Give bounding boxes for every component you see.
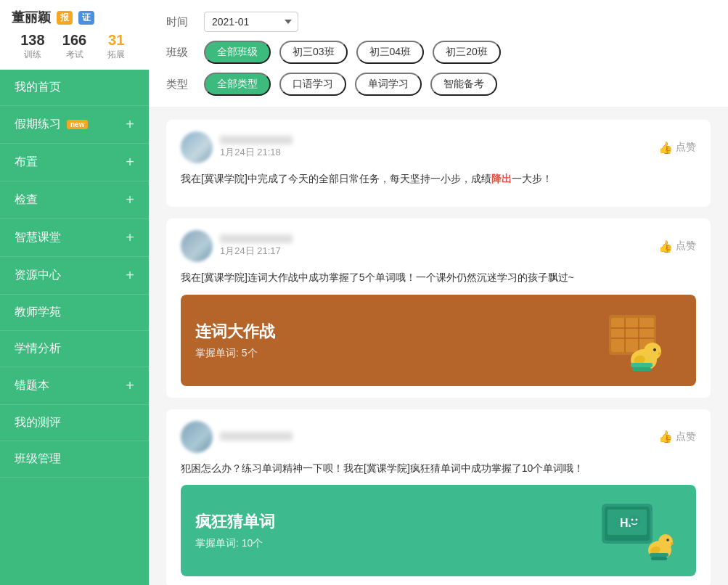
sidebar-item-home[interactable]: 我的首页	[0, 70, 149, 106]
new-badge: new	[67, 120, 88, 129]
sidebar-item-resources[interactable]: 资源中心 +	[0, 257, 149, 295]
feed-user-info-2: 1月24日 21:17	[181, 230, 293, 262]
class-option-all[interactable]: 全部班级	[204, 41, 271, 64]
like-label-2: 点赞	[676, 240, 696, 253]
feed-time-1: 1月24日 21:18	[220, 146, 293, 159]
user-name-row: 董丽颖 报 证	[12, 9, 137, 26]
sidebar-label-teacher-studio: 教师学苑	[15, 305, 61, 320]
sidebar-item-class-management[interactable]: 班级管理	[0, 441, 149, 478]
sidebar-label-home: 我的首页	[15, 80, 61, 95]
user-section: 董丽颖 报 证 138 训练 166 考试 31 拓展	[0, 0, 149, 70]
sidebar-label-class-management: 班级管理	[15, 451, 61, 467]
feed-text-2: 我在[冀课学院]连词大作战中成功掌握了5个单词哦！一个课外仍然沉迷学习的孩子飘过…	[181, 269, 696, 285]
type-label: 类型	[166, 78, 192, 91]
feed-user-info-3	[181, 421, 293, 453]
feed-text-3: 犯困怎么办？练习单词精神一下呗！我在[冀课学院]疯狂猜单词中成功掌握了10个单词…	[181, 460, 696, 476]
feed-item-2: 1月24日 21:17 👍 点赞 我在[冀课学院]连词大作战中成功掌握了5个单词…	[166, 218, 711, 397]
svg-point-17	[629, 515, 640, 527]
feed-username-blur-3	[220, 432, 293, 441]
type-filter-options: 全部类型 口语学习 单词学习 智能备考	[204, 73, 497, 96]
svg-point-21	[658, 534, 673, 549]
like-label-1: 点赞	[676, 141, 696, 154]
avatar-2	[181, 230, 213, 262]
feed-meta-1: 1月24日 21:18	[220, 136, 293, 159]
feed: 1月24日 21:18 👍 点赞 我在[冀课学院]中完成了今天的全部日常任务，每…	[149, 108, 728, 585]
activity-card-crazy-guess: 疯狂猜单词 掌握单词: 10个 Hi	[181, 485, 696, 576]
svg-rect-12	[632, 367, 651, 371]
avatar-1	[181, 131, 213, 163]
feed-meta-2: 1月24日 21:17	[220, 234, 293, 258]
class-option-03[interactable]: 初三03班	[279, 41, 348, 64]
svg-rect-25	[650, 553, 668, 557]
svg-point-7	[644, 343, 661, 360]
activity-sub-crazy: 掌握单词: 10个	[195, 537, 275, 550]
feed-header-1: 1月24日 21:18 👍 点赞	[181, 131, 696, 163]
user-stats: 138 训练 166 考试 31 拓展	[12, 32, 137, 61]
sidebar-item-wrong-book[interactable]: 错题本 +	[0, 367, 149, 405]
sidebar-item-holiday-practice[interactable]: 假期练习 new +	[0, 106, 149, 144]
sidebar-item-teacher-studio[interactable]: 教师学苑	[0, 295, 149, 331]
time-label: 时间	[166, 15, 192, 29]
stat-exam-label: 考试	[54, 49, 96, 61]
activity-title-crazy: 疯狂猜单词	[195, 511, 275, 533]
feed-user-info-1: 1月24日 21:18	[181, 131, 293, 163]
time-select[interactable]: 2021-01	[204, 12, 298, 32]
plus-icon-arrange: +	[126, 154, 134, 171]
feed-header-3: 👍 点赞	[181, 421, 696, 453]
sidebar-label-wrong-book: 错题本	[15, 378, 49, 393]
filter-bar: 时间 2021-01 班级 全部班级 初三03班 初三04班 初三20班 类型 …	[149, 0, 728, 108]
badge-cert: 证	[78, 11, 94, 25]
class-option-04[interactable]: 初三04班	[356, 41, 425, 64]
activity-title-vocab: 连词大作战	[195, 321, 275, 343]
sidebar-label-learning-analysis: 学情分析	[15, 341, 61, 356]
sidebar-item-arrange[interactable]: 布置 +	[0, 144, 149, 181]
sidebar-item-check[interactable]: 检查 +	[0, 181, 149, 219]
sidebar-item-smart-class[interactable]: 智慧课堂 +	[0, 219, 149, 257]
sidebar-label-my-evaluation: 我的测评	[15, 415, 61, 430]
feed-like-button-2[interactable]: 👍 点赞	[658, 240, 696, 253]
feed-like-button-3[interactable]: 👍 点赞	[658, 430, 696, 443]
like-icon-3: 👍	[658, 430, 673, 443]
feed-meta-3	[220, 432, 293, 442]
feed-username-blur-2	[220, 234, 293, 243]
sidebar-label-resources: 资源中心	[15, 268, 61, 283]
type-option-oral[interactable]: 口语学习	[279, 73, 346, 96]
activity-info-crazy: 疯狂猜单词 掌握单词: 10个	[195, 511, 275, 550]
user-name: 董丽颖	[12, 9, 51, 26]
feed-like-button-1[interactable]: 👍 点赞	[658, 141, 696, 155]
svg-rect-11	[631, 363, 653, 367]
sidebar-item-my-evaluation[interactable]: 我的测评	[0, 405, 149, 441]
type-option-all[interactable]: 全部类型	[204, 73, 271, 96]
svg-point-18	[631, 519, 634, 521]
feed-username-blur-1	[220, 136, 293, 144]
activity-card-vocab-battle: 连词大作战 掌握单词: 5个	[181, 295, 696, 386]
stat-train-label: 训练	[12, 49, 54, 61]
type-option-smart-exam[interactable]: 智能备考	[430, 73, 497, 96]
plus-icon-smart-class: +	[126, 229, 134, 246]
stat-exam-value: 166	[54, 32, 96, 49]
badge-report: 报	[57, 11, 73, 25]
activity-sub-vocab: 掌握单词: 5个	[195, 347, 275, 360]
sidebar-item-learning-analysis[interactable]: 学情分析	[0, 331, 149, 367]
sidebar: 董丽颖 报 证 138 训练 166 考试 31 拓展 我的首页	[0, 0, 149, 585]
feed-header-2: 1月24日 21:17 👍 点赞	[181, 230, 696, 262]
type-filter-row: 类型 全部类型 口语学习 单词学习 智能备考	[166, 73, 711, 96]
class-filter-options: 全部班级 初三03班 初三04班 初三20班	[204, 41, 501, 64]
plus-icon-holiday: +	[126, 116, 134, 133]
stat-train: 138 训练	[12, 32, 54, 61]
plus-icon-check: +	[126, 192, 134, 208]
plus-icon-resources: +	[126, 267, 134, 284]
feed-text-1: 我在[冀课学院]中完成了今天的全部日常任务，每天坚持一小步，成绩降出一大步！	[181, 171, 696, 187]
sidebar-label-holiday: 假期练习	[15, 117, 61, 132]
highlight-fall: 降出	[491, 173, 512, 184]
type-option-vocab[interactable]: 单词学习	[355, 73, 422, 96]
class-option-20[interactable]: 初三20班	[433, 41, 501, 64]
nav-menu: 我的首页 假期练习 new + 布置 + 检查 + 智慧课堂 +	[0, 70, 149, 585]
svg-rect-26	[651, 557, 667, 560]
stat-expand-value: 31	[95, 32, 137, 49]
stat-train-value: 138	[12, 32, 54, 49]
stat-exam: 166 考试	[54, 32, 96, 61]
activity-illustration-vocab	[587, 308, 682, 373]
like-icon-1: 👍	[658, 141, 673, 155]
sidebar-label-check: 检查	[15, 192, 38, 208]
